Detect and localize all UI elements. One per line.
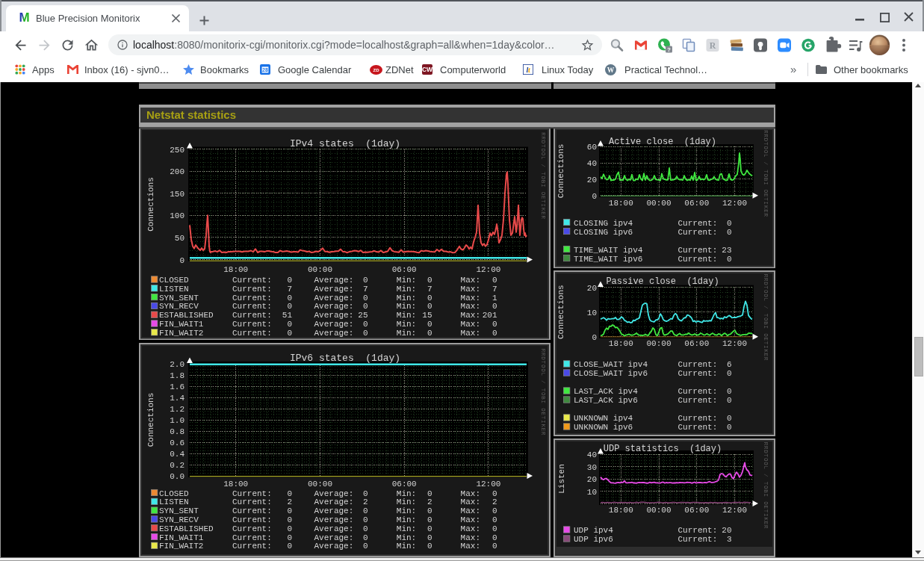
svg-text:7: 7 (287, 284, 292, 293)
svg-text:00:00: 00:00 (646, 198, 671, 207)
svg-text:0: 0 (363, 506, 368, 515)
svg-text:UDP ipv6: UDP ipv6 (574, 535, 613, 544)
svg-text:Current:: Current: (232, 293, 272, 302)
svg-text:0: 0 (287, 533, 292, 542)
svg-text:0.2: 0.2 (170, 461, 185, 470)
svg-text:0: 0 (287, 506, 292, 515)
svg-text:Max:: Max: (461, 328, 480, 337)
svg-text:Current:: Current: (678, 423, 718, 432)
svg-text:Connections: Connections (557, 285, 566, 339)
svg-text:Min:: Min: (397, 542, 416, 551)
svg-text:0: 0 (287, 515, 292, 524)
svg-text:0: 0 (287, 542, 292, 551)
svg-text:0.6: 0.6 (170, 438, 185, 447)
svg-text:0: 0 (287, 276, 292, 285)
svg-text:0: 0 (363, 276, 368, 285)
svg-text:Listen: Listen (557, 464, 566, 494)
svg-text:1.8: 1.8 (170, 371, 185, 380)
svg-text:Average:: Average: (314, 489, 354, 498)
svg-text:Connections: Connections (146, 393, 155, 447)
svg-text:12:00: 12:00 (476, 480, 500, 489)
svg-text:06:00: 06:00 (392, 264, 417, 273)
svg-text:0: 0 (427, 320, 432, 329)
svg-text:Max:: Max: (461, 284, 480, 293)
svg-text:Average:: Average: (314, 284, 354, 293)
svg-text:0: 0 (492, 489, 497, 498)
svg-text:FIN_WAIT2: FIN_WAIT2 (159, 542, 203, 551)
svg-text:Average:: Average: (314, 533, 354, 542)
svg-text:7: 7 (492, 284, 497, 293)
svg-text:12:00: 12:00 (722, 198, 747, 207)
svg-text:Max:: Max: (461, 498, 480, 506)
svg-text:0: 0 (427, 515, 432, 524)
svg-text:40: 40 (587, 159, 597, 168)
svg-text:Connections: Connections (557, 143, 566, 198)
svg-text:Max:: Max: (461, 311, 480, 320)
svg-text:0: 0 (287, 489, 292, 498)
svg-text:Current:: Current: (232, 524, 272, 533)
svg-text:20: 20 (722, 526, 731, 535)
svg-text:0: 0 (363, 515, 368, 524)
svg-text:250: 250 (170, 145, 185, 154)
svg-text:2: 2 (363, 498, 368, 506)
svg-text:0: 0 (592, 333, 597, 342)
svg-text:Current:: Current: (678, 218, 718, 227)
svg-text:0: 0 (427, 506, 432, 515)
svg-text:Current:: Current: (232, 506, 272, 515)
svg-text:Average:: Average: (314, 311, 354, 320)
svg-text:Min:: Min: (397, 311, 416, 320)
svg-text:Current:: Current: (232, 542, 272, 551)
svg-text:LISTEN: LISTEN (159, 284, 189, 293)
svg-text:SYN_RECV: SYN_RECV (159, 302, 199, 311)
svg-text:00:00: 00:00 (646, 339, 671, 348)
svg-text:0.4: 0.4 (170, 450, 185, 459)
svg-text:50: 50 (175, 233, 185, 242)
svg-text:IPv4 states (1day): IPv4 states (1day) (290, 137, 400, 149)
svg-text:0: 0 (727, 369, 732, 378)
svg-text:ZD: ZD (373, 68, 380, 72)
svg-text:CLOSED: CLOSED (159, 276, 189, 285)
svg-text:60: 60 (587, 143, 597, 152)
svg-text:FIN_WAIT1: FIN_WAIT1 (159, 320, 204, 329)
svg-text:0: 0 (179, 255, 185, 264)
svg-text:0: 0 (492, 515, 497, 524)
svg-text:Current:: Current: (678, 227, 718, 236)
svg-text:Current:: Current: (678, 254, 718, 263)
svg-text:Max:: Max: (461, 489, 480, 498)
svg-text:Current:: Current: (678, 360, 718, 369)
svg-text:30: 30 (587, 463, 597, 472)
svg-text:Current:: Current: (232, 276, 272, 285)
svg-text:Min:: Min: (397, 515, 416, 524)
svg-text:Active close (1day): Active close (1day) (609, 136, 716, 146)
svg-text:0: 0 (363, 542, 368, 551)
svg-text:Max:: Max: (461, 542, 480, 551)
svg-text:Current:: Current: (232, 533, 272, 542)
svg-text:Max:: Max: (461, 515, 480, 524)
svg-text:28: 28 (262, 67, 268, 72)
svg-text:1.6: 1.6 (170, 382, 185, 391)
svg-text:Max:: Max: (461, 524, 480, 533)
svg-text:0: 0 (492, 542, 497, 551)
svg-text:3: 3 (727, 535, 732, 544)
svg-text:LAST_ACK ipv6: LAST_ACK ipv6 (574, 396, 638, 405)
svg-text:51: 51 (282, 311, 293, 320)
svg-text:ESTABLISHED: ESTABLISHED (159, 311, 214, 320)
svg-text:0: 0 (427, 489, 432, 498)
svg-text:Connections: Connections (146, 177, 155, 232)
svg-text:Current:: Current: (232, 328, 272, 337)
svg-text:06:00: 06:00 (684, 339, 709, 348)
svg-text:UNKNOWN ipv4: UNKNOWN ipv4 (574, 414, 633, 423)
svg-text:Min:: Min: (397, 328, 416, 337)
svg-text:RRDTOOL / TOBI OETIKER: RRDTOOL / TOBI OETIKER (763, 442, 769, 530)
svg-text:Average:: Average: (314, 302, 354, 311)
svg-text:Current:: Current: (232, 489, 272, 498)
svg-text:Min:: Min: (397, 293, 416, 302)
svg-text:Current:: Current: (232, 302, 272, 311)
svg-text:Max:: Max: (461, 533, 480, 542)
svg-text:10: 10 (587, 309, 597, 317)
svg-text:0: 0 (727, 254, 732, 263)
svg-text:100: 100 (170, 211, 185, 220)
svg-text:0: 0 (363, 533, 368, 542)
svg-text:SYN_SENT: SYN_SENT (159, 506, 199, 515)
svg-text:1.0: 1.0 (170, 416, 185, 425)
